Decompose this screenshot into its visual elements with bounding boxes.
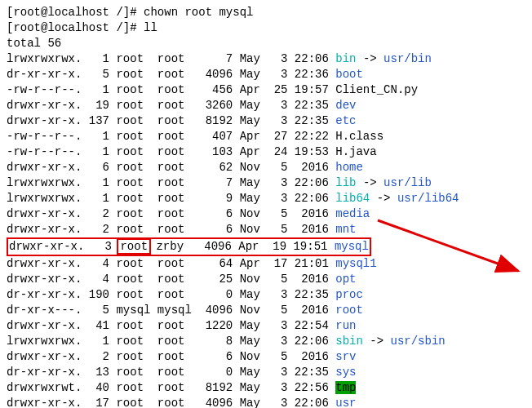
file-row: lrwxrwxrwx. 1 root root 7 May 3 22:06 bi… <box>7 51 525 67</box>
file-row: drwxr-xr-x. 2 root root 6 Nov 5 2016 med… <box>7 206 525 222</box>
file-row: dr-xr-xr-x. 13 root root 0 May 3 22:35 s… <box>7 365 525 380</box>
terminal-output: [root@localhost /]# chown root mysql[roo… <box>7 5 525 408</box>
file-row: drwxr-xr-x. 41 root root 1220 May 3 22:5… <box>7 318 525 334</box>
command-line-1: [root@localhost /]# chown root mysql <box>7 5 525 20</box>
file-row: -rw-r--r--. 1 root root 407 Apr 27 22:22… <box>7 129 525 144</box>
file-row: dr-xr-xr-x. 190 root root 0 May 3 22:35 … <box>7 287 525 303</box>
file-row: drwxr-xr-x. 2 root root 6 Nov 5 2016 mnt <box>7 222 525 237</box>
file-row: drwxrwxrwt. 40 root root 8192 May 3 22:5… <box>7 380 525 396</box>
file-row: drwxr-xr-x. 137 root root 8192 May 3 22:… <box>7 113 525 129</box>
file-row: drwxr-xr-x. 2 root root 6 Nov 5 2016 srv <box>7 349 525 365</box>
file-row: drwxr-xr-x. 17 root root 4096 May 3 22:0… <box>7 396 525 408</box>
file-row: lrwxrwxrwx. 1 root root 7 May 3 22:06 li… <box>7 175 525 191</box>
file-row: dr-xr-xr-x. 5 root root 4096 May 3 22:36… <box>7 67 525 82</box>
file-row-highlighted: drwxr-xr-x. 3 root zrby 4096 Apr 19 19:5… <box>7 237 525 256</box>
command-line-2: [root@localhost /]# ll <box>7 20 525 36</box>
file-row: lrwxrwxrwx. 1 root root 9 May 3 22:06 li… <box>7 191 525 206</box>
file-row: drwxr-xr-x. 4 root root 64 Apr 17 21:01 … <box>7 256 525 272</box>
file-row: dr-xr-x---. 5 mysql mysql 4096 Nov 5 201… <box>7 303 525 318</box>
total-line: total 56 <box>7 36 525 51</box>
file-row: -rw-r--r--. 1 root root 456 Apr 25 19:57… <box>7 82 525 98</box>
file-row: drwxr-xr-x. 6 root root 62 Nov 5 2016 ho… <box>7 160 525 175</box>
file-row: drwxr-xr-x. 19 root root 3260 May 3 22:3… <box>7 98 525 113</box>
file-row: lrwxrwxrwx. 1 root root 8 May 3 22:06 sb… <box>7 334 525 349</box>
file-row: -rw-r--r--. 1 root root 103 Apr 24 19:53… <box>7 144 525 160</box>
file-row: drwxr-xr-x. 4 root root 25 Nov 5 2016 op… <box>7 272 525 287</box>
